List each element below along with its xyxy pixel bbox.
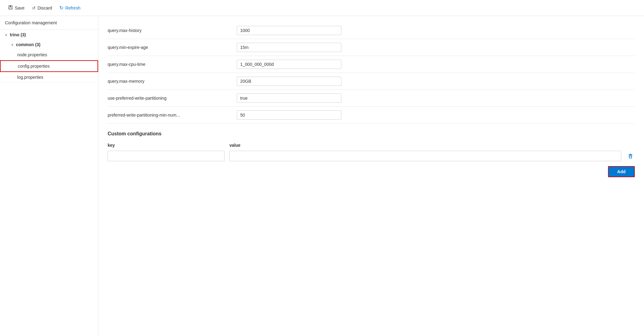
config-row-5: preferred-write-partitioning-min-num... (108, 107, 635, 124)
config-value-container-3 (237, 77, 635, 86)
config-input-0[interactable] (237, 26, 341, 35)
refresh-icon: ↻ (59, 5, 63, 11)
config-value-container-4 (237, 94, 635, 103)
config-row-2: query.max-cpu-time (108, 56, 635, 73)
config-value-container-5 (237, 110, 635, 120)
config-value-container-2 (237, 60, 635, 69)
custom-config-title: Custom configurations (108, 131, 635, 137)
config-value-container-0 (237, 26, 635, 35)
config-input-1[interactable] (237, 43, 341, 52)
tree-item-common[interactable]: ∨ common (3) (0, 40, 98, 50)
toolbar: Save ↺ Discard ↻ Refresh (0, 0, 644, 16)
node-properties-label: node.properties (17, 52, 47, 57)
trino-label: trino (3) (10, 32, 26, 37)
chevron-down-icon: ∨ (11, 43, 14, 47)
config-label-3: query.max-memory (108, 79, 237, 84)
config-label-4: use-preferred-write-partitioning (108, 96, 237, 101)
config-input-3[interactable] (237, 77, 341, 86)
config-row-1: query.min-expire-age (108, 39, 635, 56)
main-layout: Configuration management ∨ trino (3) ∨ c… (0, 16, 644, 335)
tree-item-trino[interactable]: ∨ trino (3) (0, 30, 98, 40)
custom-config-row-0 (108, 151, 635, 161)
config-row-0: query.max-history (108, 22, 635, 39)
tree-leaf-log-properties[interactable]: log.properties (0, 72, 98, 83)
config-input-4[interactable] (237, 94, 341, 103)
refresh-button[interactable]: ↻ Refresh (56, 3, 83, 13)
tree-leaf-config-properties[interactable]: config.properties (0, 60, 98, 72)
sidebar-header: Configuration management (0, 16, 98, 30)
sidebar: Configuration management ∨ trino (3) ∨ c… (0, 16, 98, 335)
config-label-1: query.min-expire-age (108, 45, 237, 50)
discard-icon: ↺ (32, 6, 36, 10)
log-properties-label: log.properties (17, 75, 43, 80)
tree-leaf-node-properties[interactable]: node.properties (0, 50, 98, 60)
add-btn-row: Add (108, 166, 635, 183)
content-area: query.max-history query.min-expire-age q… (98, 16, 644, 335)
discard-label: Discard (38, 6, 52, 10)
config-input-5[interactable] (237, 110, 341, 120)
config-value-container-1 (237, 43, 635, 52)
common-label: common (3) (16, 42, 40, 47)
config-properties-label: config.properties (18, 64, 50, 69)
svg-rect-2 (9, 7, 12, 9)
save-button[interactable]: Save (5, 3, 28, 13)
add-button-label: Add (617, 169, 626, 174)
discard-button[interactable]: ↺ Discard (29, 4, 55, 12)
config-label-2: query.max-cpu-time (108, 62, 237, 67)
config-label-5: preferred-write-partitioning-min-num... (108, 113, 237, 118)
custom-key-input-0[interactable] (108, 151, 225, 161)
trash-icon (627, 153, 634, 159)
save-label: Save (15, 6, 25, 10)
delete-row-button-0[interactable] (626, 152, 635, 160)
custom-config-section: Custom configurations key value (108, 131, 635, 183)
config-row-3: query.max-memory (108, 73, 635, 90)
add-button[interactable]: Add (608, 166, 635, 177)
config-input-2[interactable] (237, 60, 341, 69)
config-label-0: query.max-history (108, 28, 237, 33)
custom-config-headers: key value (108, 143, 635, 148)
save-icon (8, 5, 13, 11)
custom-value-input-0[interactable] (229, 151, 621, 161)
config-row-4: use-preferred-write-partitioning (108, 90, 635, 107)
svg-rect-3 (629, 155, 632, 158)
key-column-header: key (108, 143, 225, 148)
svg-rect-1 (10, 6, 11, 7)
value-column-header: value (229, 143, 635, 148)
chevron-down-icon: ∨ (5, 33, 7, 37)
refresh-label: Refresh (65, 6, 80, 10)
